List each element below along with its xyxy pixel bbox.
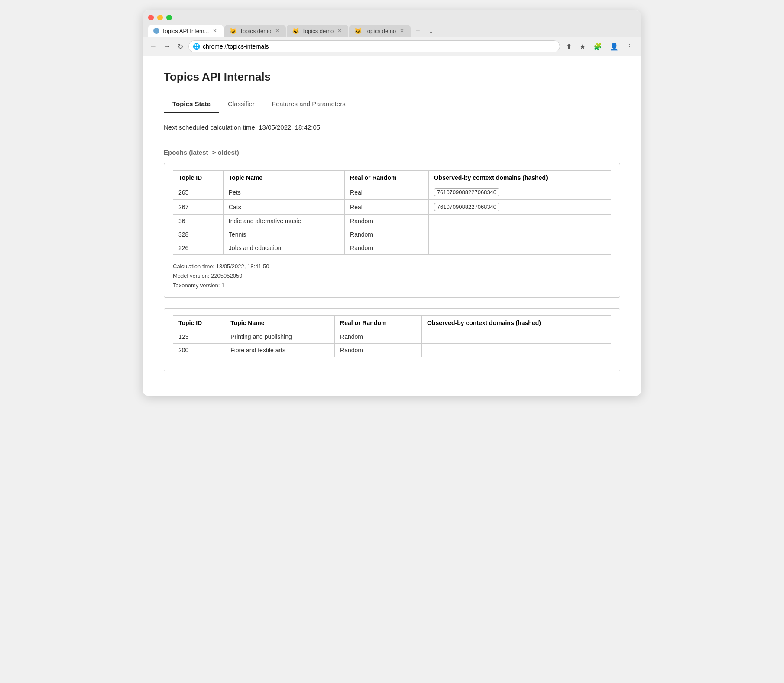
tab-features-params-label: Features and Parameters [272,100,346,107]
tab-close-icon-1[interactable]: ✕ [274,27,281,34]
more-tabs-icon: ⌄ [429,28,433,34]
page-content: Topics API Internals Topics State Classi… [143,56,641,396]
cell-topic-id: 123 [173,330,225,344]
cat-icon-2: 🐱 [292,27,299,34]
browser-tab-demo1[interactable]: 🐱 Topics demo ✕ [224,25,286,37]
cell-topic-id: 36 [173,215,224,228]
table-row: 200Fibre and textile artsRandom [173,344,611,357]
minimize-button[interactable] [157,15,163,20]
cell-real-random: Random [345,215,429,228]
tab-label: Topics API Intern... [162,28,209,34]
cell-topic-id: 226 [173,241,224,255]
reload-button[interactable]: ↻ [176,41,185,52]
tab-classifier-label: Classifier [228,100,255,107]
epoch-meta-1: Calculation time: 13/05/2022, 18:41:50 M… [173,262,611,290]
divider [164,140,620,140]
browser-tab-internals[interactable]: Topics API Intern... ✕ [148,25,224,37]
tab-label-demo1: Topics demo [240,28,271,34]
cell-real-random: Real [345,185,429,200]
cell-topic-name: Fibre and textile arts [225,344,335,357]
cat-icon-1: 🐱 [230,27,237,34]
tab-label-demo2: Topics demo [302,28,334,34]
col-real-random: Real or Random [345,171,429,185]
col-domains: Observed-by context domains (hashed) [428,171,611,185]
address-input[interactable] [188,40,560,52]
table-row: 328TennisRandom [173,228,611,241]
cell-domains: 7610709088227068340 [428,185,611,200]
forward-button[interactable]: → [162,41,172,52]
col2-real-random: Real or Random [335,316,422,330]
cell-domains [428,241,611,255]
toolbar-icons: ⬆ ★ 🧩 👤 ⋮ [564,41,636,52]
cell-domains [428,228,611,241]
cell-topic-name: Tennis [223,228,344,241]
domain-badge: 7610709088227068340 [434,188,499,196]
globe-icon [153,28,159,34]
cell-topic-id: 200 [173,344,225,357]
tab-features-params[interactable]: Features and Parameters [263,96,354,113]
epoch-block-1: Topic ID Topic Name Real or Random Obser… [164,163,620,298]
cell-topic-name: Indie and alternative music [223,215,344,228]
taxonomy-version: Taxonomy version: 1 [173,281,611,290]
address-globe-icon: 🌐 [193,43,200,50]
table-row: 36Indie and alternative musicRandom [173,215,611,228]
col-topic-id: Topic ID [173,171,224,185]
cell-topic-name: Cats [223,200,344,215]
col-topic-name: Topic Name [223,171,344,185]
content-tabs: Topics State Classifier Features and Par… [164,96,620,113]
table-header-row: Topic ID Topic Name Real or Random Obser… [173,171,611,185]
tab-label-demo3: Topics demo [364,28,396,34]
cell-real-random: Random [335,344,422,357]
maximize-button[interactable] [166,15,172,20]
browser-window: Topics API Intern... ✕ 🐱 Topics demo ✕ 🐱… [143,10,641,396]
tab-close-icon[interactable]: ✕ [211,27,218,34]
cell-domains [421,344,611,357]
table-row: 267CatsReal7610709088227068340 [173,200,611,215]
cell-real-random: Real [345,200,429,215]
title-bar: Topics API Intern... ✕ 🐱 Topics demo ✕ 🐱… [143,10,641,37]
calc-time: Calculation time: 13/05/2022, 18:41:50 [173,262,611,271]
close-button[interactable] [148,15,154,20]
browser-tab-demo3[interactable]: 🐱 Topics demo ✕ [349,25,411,37]
more-tabs-button[interactable]: ⌄ [425,26,437,37]
browser-tab-demo2[interactable]: 🐱 Topics demo ✕ [287,25,348,37]
cell-topic-id: 328 [173,228,224,241]
bookmark-icon[interactable]: ★ [577,41,588,52]
window-controls [148,15,636,20]
epoch-block-2: Topic ID Topic Name Real or Random Obser… [164,308,620,371]
tab-close-icon-3[interactable]: ✕ [398,27,405,34]
back-button[interactable]: ← [148,41,159,52]
table-row: 265PetsReal7610709088227068340 [173,185,611,200]
new-tab-icon: + [416,26,420,34]
extensions-icon[interactable]: 🧩 [591,41,605,52]
tab-topics-state-label: Topics State [172,100,211,107]
cell-topic-id: 265 [173,185,224,200]
epoch-table-1: Topic ID Topic Name Real or Random Obser… [173,170,611,255]
col2-topic-name: Topic Name [225,316,335,330]
share-icon[interactable]: ⬆ [564,41,574,52]
new-tab-button[interactable]: + [411,24,424,37]
cell-domains: 7610709088227068340 [428,200,611,215]
cell-topic-id: 267 [173,200,224,215]
cell-real-random: Random [345,228,429,241]
epoch-table-2: Topic ID Topic Name Real or Random Obser… [173,315,611,357]
epochs-heading: Epochs (latest -> oldest) [164,149,620,156]
model-version: Model version: 2205052059 [173,271,611,281]
menu-icon[interactable]: ⋮ [624,41,636,52]
tab-bar: Topics API Intern... ✕ 🐱 Topics demo ✕ 🐱… [148,24,636,37]
table-header-row-2: Topic ID Topic Name Real or Random Obser… [173,316,611,330]
cell-topic-name: Jobs and education [223,241,344,255]
table-row: 226Jobs and educationRandom [173,241,611,255]
cell-topic-name: Printing and publishing [225,330,335,344]
cell-domains [428,215,611,228]
cell-topic-name: Pets [223,185,344,200]
table-row: 123Printing and publishingRandom [173,330,611,344]
col2-domains: Observed-by context domains (hashed) [421,316,611,330]
tab-classifier[interactable]: Classifier [219,96,263,113]
cell-domains [421,330,611,344]
profile-icon[interactable]: 👤 [607,41,621,52]
page-title: Topics API Internals [164,70,620,84]
tab-close-icon-2[interactable]: ✕ [336,27,343,34]
col2-topic-id: Topic ID [173,316,225,330]
tab-topics-state[interactable]: Topics State [164,96,219,113]
